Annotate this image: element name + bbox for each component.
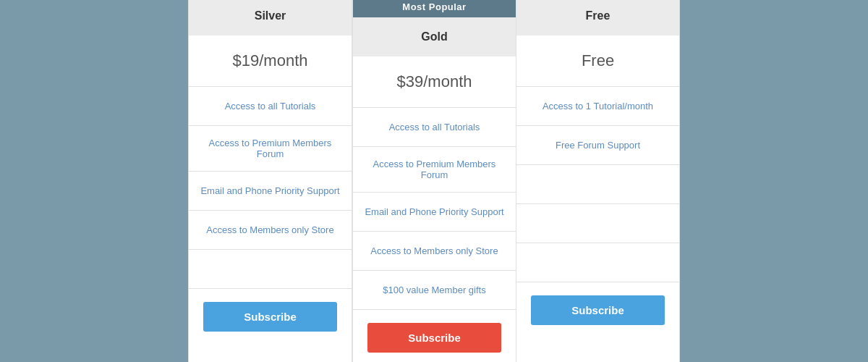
plan-gold-feature-5: $100 value Member gifts: [353, 271, 516, 310]
plan-gold-price: $39/month: [353, 56, 516, 108]
plan-free-feature-5: [516, 243, 679, 282]
plan-silver-header: Silver: [189, 0, 352, 35]
plan-silver-feature-2: Access to Premium Members Forum: [189, 126, 352, 172]
plan-gold-name: Gold: [421, 30, 447, 43]
plan-free-header: Free: [516, 0, 679, 35]
plan-silver-feature-5: [189, 250, 352, 289]
plan-free-feature-3: [516, 165, 679, 204]
plan-silver: Silver $19/month Access to all Tutorials…: [189, 0, 352, 362]
plan-free-feature-2: Free Forum Support: [516, 126, 679, 165]
plan-gold-feature-3: Email and Phone Priority Support: [353, 193, 516, 232]
plan-gold-feature-4: Access to Members only Store: [353, 232, 516, 271]
plan-free-name: Free: [586, 9, 610, 22]
most-popular-badge: Most Popular: [353, 0, 516, 17]
plan-free: Free Free Access to 1 Tutorial/month Fre…: [516, 0, 679, 362]
plan-gold-feature-1: Access to all Tutorials: [353, 108, 516, 147]
pricing-table: Silver $19/month Access to all Tutorials…: [188, 0, 680, 362]
plan-gold-feature-2: Access to Premium Members Forum: [353, 147, 516, 193]
plan-silver-feature-3: Email and Phone Priority Support: [189, 172, 352, 211]
plan-silver-price-value: $19/month: [233, 51, 308, 70]
plan-gold: Most Popular Gold $39/month Access to al…: [352, 0, 516, 362]
plan-free-feature-4: [516, 204, 679, 243]
plan-gold-footer: Subscribe: [353, 310, 516, 362]
plan-silver-footer: Subscribe: [189, 289, 352, 345]
plan-silver-feature-1: Access to all Tutorials: [189, 87, 352, 126]
plan-gold-header: Gold: [353, 17, 516, 56]
plan-gold-price-value: $39/month: [397, 72, 472, 90]
plan-silver-name: Silver: [255, 9, 286, 22]
plan-silver-price: $19/month: [189, 35, 352, 87]
plan-silver-feature-4: Access to Members only Store: [189, 211, 352, 250]
plan-free-footer: Subscribe: [516, 282, 679, 338]
plan-free-price: Free: [516, 35, 679, 87]
plan-free-feature-1: Access to 1 Tutorial/month: [516, 87, 679, 126]
plan-free-price-value: Free: [582, 51, 614, 70]
plan-silver-subscribe-button[interactable]: Subscribe: [203, 302, 337, 332]
plan-gold-subscribe-button[interactable]: Subscribe: [367, 323, 501, 353]
plan-free-subscribe-button[interactable]: Subscribe: [531, 295, 665, 325]
